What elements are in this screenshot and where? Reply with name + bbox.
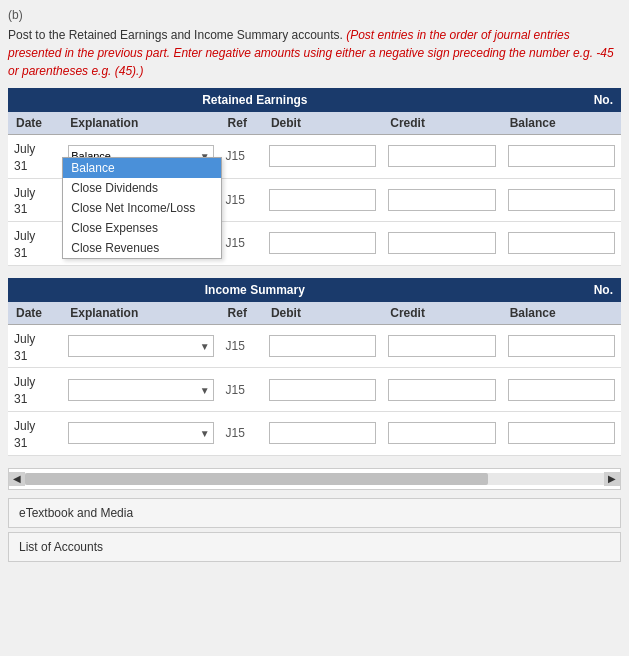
explanation-dropdown-is-1[interactable]: Balance Close Dividends Close Net Income… <box>68 335 213 357</box>
open-dropdown-re-1[interactable]: Balance Close Dividends Close Net Income… <box>62 157 222 259</box>
credit-input-re-3[interactable] <box>388 232 495 254</box>
credit-cell-re-3 <box>382 222 501 266</box>
scroll-thumb[interactable] <box>25 473 488 485</box>
date-cell-re-1: July31 <box>8 135 62 179</box>
ref-cell-is-2: J15 <box>220 368 263 412</box>
credit-input-re-1[interactable] <box>388 145 495 167</box>
credit-input-is-3[interactable] <box>388 422 495 444</box>
col-explanation: Explanation <box>62 112 219 135</box>
debit-input-re-1[interactable] <box>269 145 376 167</box>
credit-input-is-1[interactable] <box>388 335 495 357</box>
is-col-explanation: Explanation <box>62 302 219 325</box>
date-cell-re-3: July31 <box>8 222 62 266</box>
horizontal-scrollbar[interactable]: ◀ ▶ <box>8 468 621 490</box>
col-balance: Balance <box>502 112 621 135</box>
scroll-track[interactable] <box>25 473 604 485</box>
income-summary-no-label: No. <box>502 278 621 302</box>
credit-cell-is-3 <box>382 411 501 455</box>
balance-input-re-1[interactable] <box>508 145 615 167</box>
dd-item-close-revenues[interactable]: Close Revenues <box>63 238 221 258</box>
explanation-cell-is-1: Balance Close Dividends Close Net Income… <box>62 324 219 368</box>
income-summary-header: Income Summary No. <box>8 278 621 302</box>
retained-earnings-header: Retained Earnings No. <box>8 88 621 112</box>
ref-cell-is-1: J15 <box>220 324 263 368</box>
balance-cell-is-3 <box>502 411 621 455</box>
credit-input-is-2[interactable] <box>388 379 495 401</box>
balance-input-re-3[interactable] <box>508 232 615 254</box>
date-cell-is-3: July31 <box>8 411 62 455</box>
explanation-select-is-1[interactable]: Balance Close Dividends Close Net Income… <box>68 335 213 357</box>
is-col-debit: Debit <box>263 302 382 325</box>
dd-item-close-expenses[interactable]: Close Expenses <box>63 218 221 238</box>
retained-earnings-table: Retained Earnings No. Date Explanation R… <box>8 88 621 266</box>
instruction-text: Post to the Retained Earnings and Income… <box>8 26 621 80</box>
date-cell-is-2: July31 <box>8 368 62 412</box>
credit-cell-re-2 <box>382 178 501 222</box>
is-col-date: Date <box>8 302 62 325</box>
income-summary-row-3: July31 Balance Close Dividends Close Net… <box>8 411 621 455</box>
balance-cell-re-2 <box>502 178 621 222</box>
income-summary-table: Income Summary No. Date Explanation Ref … <box>8 278 621 456</box>
credit-cell-is-1 <box>382 324 501 368</box>
balance-cell-is-1 <box>502 324 621 368</box>
is-col-ref: Ref <box>220 302 263 325</box>
debit-cell-re-2 <box>263 178 382 222</box>
balance-input-is-1[interactable] <box>508 335 615 357</box>
ref-cell-re-2: J15 <box>220 178 263 222</box>
ref-cell-re-3: J15 <box>220 222 263 266</box>
debit-cell-re-1 <box>263 135 382 179</box>
col-date: Date <box>8 112 62 135</box>
dd-item-close-net-income[interactable]: Close Net Income/Loss <box>63 198 221 218</box>
retained-earnings-title: Retained Earnings <box>8 88 502 112</box>
instruction-normal: Post to the Retained Earnings and Income… <box>8 28 346 42</box>
income-summary-row-1: July31 Balance Close Dividends Close Net… <box>8 324 621 368</box>
balance-input-is-2[interactable] <box>508 379 615 401</box>
debit-cell-is-1 <box>263 324 382 368</box>
section-label: (b) <box>8 8 621 22</box>
is-col-credit: Credit <box>382 302 501 325</box>
retained-earnings-col-headers: Date Explanation Ref Debit Credit Balanc… <box>8 112 621 135</box>
debit-cell-re-3 <box>263 222 382 266</box>
scroll-left-arrow[interactable]: ◀ <box>9 472 25 486</box>
is-col-balance: Balance <box>502 302 621 325</box>
explanation-dropdown-is-2[interactable]: Balance Close Dividends Close Net Income… <box>68 379 213 401</box>
col-debit: Debit <box>263 112 382 135</box>
debit-input-is-2[interactable] <box>269 379 376 401</box>
dd-item-close-dividends[interactable]: Close Dividends <box>63 178 221 198</box>
etextbook-button[interactable]: eTextbook and Media <box>8 498 621 528</box>
balance-input-re-2[interactable] <box>508 189 615 211</box>
balance-cell-re-1 <box>502 135 621 179</box>
ref-cell-re-1: J15 <box>220 135 263 179</box>
balance-input-is-3[interactable] <box>508 422 615 444</box>
income-summary-row-2: July31 Balance Close Dividends Close Net… <box>8 368 621 412</box>
balance-cell-is-2 <box>502 368 621 412</box>
income-summary-col-headers: Date Explanation Ref Debit Credit Balanc… <box>8 302 621 325</box>
balance-cell-re-3 <box>502 222 621 266</box>
retained-earnings-no-label: No. <box>502 88 621 112</box>
ref-cell-is-3: J15 <box>220 411 263 455</box>
explanation-dropdown-is-3[interactable]: Balance Close Dividends Close Net Income… <box>68 422 213 444</box>
col-credit: Credit <box>382 112 501 135</box>
list-of-accounts-button[interactable]: List of Accounts <box>8 532 621 562</box>
scroll-right-arrow[interactable]: ▶ <box>604 472 620 486</box>
debit-cell-is-3 <box>263 411 382 455</box>
explanation-select-is-2[interactable]: Balance Close Dividends Close Net Income… <box>68 379 213 401</box>
explanation-cell-re-1: Balance Close Dividends Close Net Income… <box>62 135 219 179</box>
explanation-select-is-3[interactable]: Balance Close Dividends Close Net Income… <box>68 422 213 444</box>
debit-input-is-3[interactable] <box>269 422 376 444</box>
income-summary-title: Income Summary <box>8 278 502 302</box>
credit-input-re-2[interactable] <box>388 189 495 211</box>
explanation-cell-is-3: Balance Close Dividends Close Net Income… <box>62 411 219 455</box>
explanation-cell-is-2: Balance Close Dividends Close Net Income… <box>62 368 219 412</box>
credit-cell-is-2 <box>382 368 501 412</box>
dd-item-balance[interactable]: Balance <box>63 158 221 178</box>
debit-input-re-3[interactable] <box>269 232 376 254</box>
debit-input-is-1[interactable] <box>269 335 376 357</box>
date-cell-re-2: July31 <box>8 178 62 222</box>
debit-cell-is-2 <box>263 368 382 412</box>
credit-cell-re-1 <box>382 135 501 179</box>
date-cell-is-1: July31 <box>8 324 62 368</box>
col-ref: Ref <box>220 112 263 135</box>
retained-earnings-row-1: July31 Balance Close Dividends Close Net… <box>8 135 621 179</box>
debit-input-re-2[interactable] <box>269 189 376 211</box>
